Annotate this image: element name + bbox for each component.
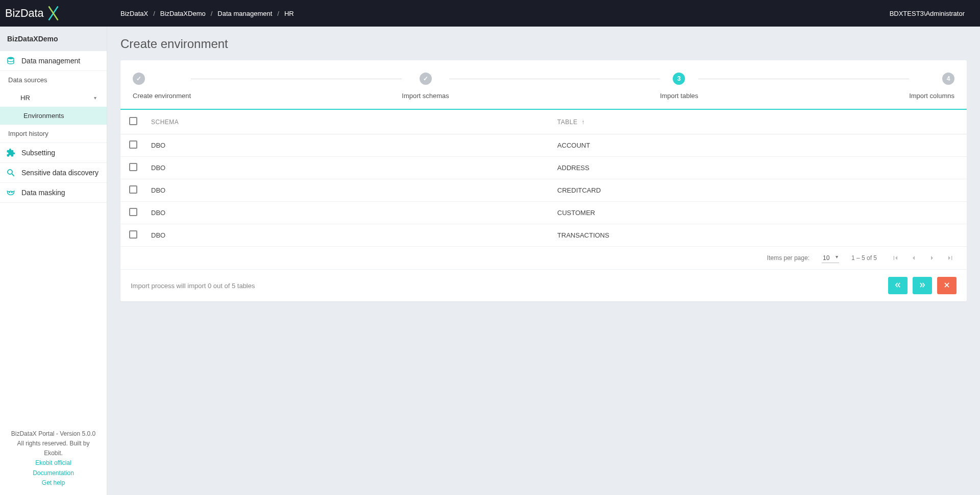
sort-asc-icon: ↑ [581, 119, 585, 126]
search-icon [6, 168, 15, 177]
check-icon: ✓ [136, 75, 141, 82]
sidebar-item-label: Environments [23, 112, 64, 120]
row-table: ACCOUNT [552, 134, 967, 157]
next-page-icon[interactable] [926, 252, 938, 264]
sidebar-item-label: Subsetting [21, 149, 55, 157]
step-4-label: Import columns [909, 92, 954, 100]
row-checkbox[interactable] [129, 140, 137, 149]
row-schema: DBO [146, 157, 552, 179]
row-checkbox[interactable] [129, 230, 137, 239]
footer-copyright: All rights reserved. Built by Ekobit. [7, 439, 100, 458]
first-page-icon[interactable] [889, 252, 901, 264]
back-button[interactable] [888, 277, 908, 294]
row-checkbox[interactable] [129, 163, 137, 171]
footer-link-help[interactable]: Get help [7, 478, 100, 488]
database-icon [6, 56, 15, 65]
sidebar-item-sensitive-discovery[interactable]: Sensitive data discovery [0, 163, 107, 183]
footer-link-official[interactable]: Ekobit official [7, 458, 100, 468]
paginator-label: Items per page: [767, 254, 810, 262]
footer-version: BizDataX Portal - Version 5.0.0 [7, 429, 100, 439]
tables-grid: SCHEMA TABLE ↑ DBO ACCOUNT DBO ADDRESS D… [120, 110, 967, 247]
breadcrumb-item[interactable]: BizDataX [120, 10, 148, 17]
row-schema: DBO [146, 179, 552, 202]
step-3-circle[interactable]: 3 [673, 73, 685, 85]
import-summary: Import process will import 0 out of 5 ta… [131, 282, 255, 290]
sidebar-item-hr[interactable]: HR ▾ [0, 89, 107, 107]
row-table: TRANSACTIONS [552, 224, 967, 247]
step-1-circle[interactable]: ✓ [133, 73, 145, 85]
prev-page-icon[interactable] [908, 252, 920, 264]
sidebar-item-data-management[interactable]: Data management [0, 51, 107, 71]
svg-point-4 [9, 192, 10, 193]
step-3-label: Import tables [660, 92, 698, 100]
row-checkbox[interactable] [129, 185, 137, 194]
breadcrumb-item[interactable]: HR [284, 10, 294, 17]
table-row[interactable]: DBO CUSTOMER [120, 202, 967, 224]
select-all-checkbox[interactable] [129, 117, 137, 125]
mask-icon [6, 188, 15, 197]
step-2-label: Import schemas [402, 92, 449, 100]
sidebar-item-data-masking[interactable]: Data masking [0, 183, 107, 203]
col-schema[interactable]: SCHEMA [146, 110, 552, 134]
step-1-label: Create environment [133, 92, 191, 100]
page-title: Create environment [120, 37, 967, 51]
wizard-footer: Import process will import 0 out of 5 ta… [120, 270, 967, 301]
footer-link-docs[interactable]: Documentation [7, 468, 100, 478]
row-table: ADDRESS [552, 157, 967, 179]
svg-point-2 [8, 170, 12, 174]
row-schema: DBO [146, 134, 552, 157]
sidebar-item-import-history[interactable]: Import history [0, 125, 107, 143]
row-checkbox[interactable] [129, 208, 137, 216]
breadcrumb: BizDataX / BizDataXDemo / Data managemen… [107, 10, 890, 17]
sidebar-footer: BizDataX Portal - Version 5.0.0 All righ… [0, 422, 107, 495]
row-table: CREDITCARD [552, 179, 967, 202]
double-chevron-left-icon [893, 281, 902, 290]
sidebar-item-label: HR [20, 94, 30, 102]
svg-text:BizData: BizData [5, 7, 44, 19]
sidebar-group-data-sources: Data sources [0, 71, 107, 89]
svg-point-5 [12, 192, 13, 193]
sidebar-item-label: Sensitive data discovery [21, 169, 99, 177]
row-table: CUSTOMER [552, 202, 967, 224]
sidebar-item-subsetting[interactable]: Subsetting [0, 143, 107, 163]
cancel-button[interactable] [937, 277, 957, 294]
step-4-circle[interactable]: 4 [942, 73, 954, 85]
breadcrumb-item[interactable]: Data management [217, 10, 272, 17]
svg-point-1 [8, 57, 14, 60]
user-label[interactable]: BDXTEST3\Administrator [890, 10, 980, 17]
sidebar-title: BizDataXDemo [0, 27, 107, 51]
last-page-icon[interactable] [944, 252, 957, 264]
svg-line-3 [12, 174, 14, 176]
table-row[interactable]: DBO ACCOUNT [120, 134, 967, 157]
sidebar-item-label: Data management [21, 57, 80, 65]
sidebar-item-environments[interactable]: Environments [0, 107, 107, 125]
paginator-range: 1 – 5 of 5 [851, 254, 877, 262]
double-chevron-right-icon [918, 281, 927, 290]
page-size-select[interactable]: 10 [822, 253, 839, 263]
stepper: ✓ Create environment ✓ Import schemas 3 [120, 60, 967, 109]
wizard-panel: ✓ Create environment ✓ Import schemas 3 [120, 60, 967, 301]
row-schema: DBO [146, 202, 552, 224]
app-logo[interactable]: BizData [0, 0, 107, 27]
sidebar-item-label: Data masking [21, 188, 65, 197]
puzzle-icon [6, 148, 15, 157]
table-row[interactable]: DBO ADDRESS [120, 157, 967, 179]
step-2-circle[interactable]: ✓ [420, 73, 432, 85]
check-icon: ✓ [423, 75, 428, 82]
chevron-down-icon: ▾ [94, 95, 96, 101]
row-schema: DBO [146, 224, 552, 247]
breadcrumb-item[interactable]: BizDataXDemo [160, 10, 206, 17]
table-row[interactable]: DBO TRANSACTIONS [120, 224, 967, 247]
col-table[interactable]: TABLE ↑ [552, 110, 967, 134]
close-icon [943, 281, 950, 290]
paginator: Items per page: 10 1 – 5 of 5 [120, 247, 967, 270]
sidebar: BizDataXDemo Data management Data source… [0, 27, 107, 495]
table-row[interactable]: DBO CREDITCARD [120, 179, 967, 202]
next-button[interactable] [913, 277, 932, 294]
